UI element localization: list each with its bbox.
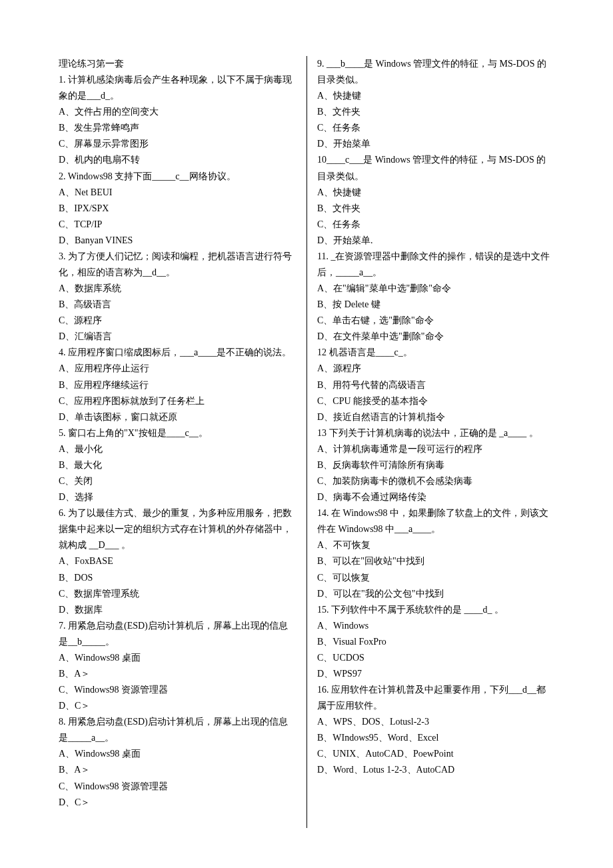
text-line: D、可以在"我的公文包"中找到 (317, 586, 554, 602)
text-line: D、单击该图标，窗口就还原 (59, 409, 296, 425)
text-line: C、关闭 (59, 473, 296, 489)
text-line: D、Banyan VINES (59, 233, 296, 249)
text-line: 8. 用紧急启动盘(ESD)启动计算机后，屏幕上出现的信息是_____a__。 (59, 714, 296, 746)
text-line: C、任务条 (317, 120, 554, 136)
text-line: D、C＞ (59, 795, 296, 811)
text-line: D、选择 (59, 489, 296, 505)
text-line: 9. ___b____是 Windows 管理文件的特征，与 MS-DOS 的目… (317, 56, 554, 88)
text-line: D、接近自然语言的计算机指令 (317, 409, 554, 425)
text-line: 5. 窗口右上角的"X"按钮是____c__。 (59, 425, 296, 441)
text-line: C、Windows98 资源管理器 (59, 779, 296, 795)
text-line: 7. 用紧急启动盘(ESD)启动计算机后，屏幕上出现的信息是__b_____。 (59, 618, 296, 650)
text-line: B、最大化 (59, 457, 296, 473)
text-line: B、Visual FoxPro (317, 634, 554, 650)
text-line: A、最小化 (59, 441, 296, 457)
text-line: D、数据库 (59, 602, 296, 618)
text-line: A、在"编辑"菜单中选"删除"命令 (317, 281, 554, 297)
text-line: D、汇编语言 (59, 329, 296, 345)
text-line: B、文件夹 (317, 104, 554, 120)
text-line: D、开始菜单. (317, 233, 554, 249)
text-line: A、不可恢复 (317, 537, 554, 553)
text-line: 11. _在资源管理器中删除文件的操作，错误的是选中文件后，_____a__。 (317, 249, 554, 281)
text-line: C、任务条 (317, 217, 554, 233)
text-line: B、IPX/SPX (59, 201, 296, 217)
text-line: D、病毒不会通过网络传染 (317, 489, 554, 505)
text-line: 13 下列关于计算机病毒的说法中，正确的是 _a____ 。 (317, 425, 554, 441)
text-line: 1. 计算机感染病毒后会产生各种现象，以下不属于病毒现象的是___d_。 (59, 72, 296, 104)
text-line: B、A＞ (59, 666, 296, 682)
text-line: 2. Windows98 支持下面_____c__网络协议。 (59, 169, 296, 185)
text-line: C、UCDOS (317, 650, 554, 666)
text-line: D、WPS97 (317, 666, 554, 682)
text-line: 12 机器语言是____c_。 (317, 345, 554, 361)
text-line: A、Net BEUI (59, 185, 296, 201)
document-page: 理论练习第一套1. 计算机感染病毒后会产生各种现象，以下不属于病毒现象的是___… (0, 0, 613, 868)
text-line: B、反病毒软件可清除所有病毒 (317, 457, 554, 473)
text-line: B、WIndows95、Word、Excel (317, 730, 554, 746)
text-line: C、可以恢复 (317, 570, 554, 586)
text-line: C、UNIX、AutoCAD、PoewPoint (317, 746, 554, 762)
text-line: B、高级语言 (59, 297, 296, 313)
text-line: B、按 Delete 键 (317, 297, 554, 313)
text-line: A、Windows98 桌面 (59, 746, 296, 762)
text-line: 6. 为了以最佳方式、最少的重复，为多种应用服务，把数据集中起来以一定的组织方式… (59, 505, 296, 553)
text-line: 15. 下列软件中不属于系统软件的是 ____d_ 。 (317, 602, 554, 618)
text-line: C、加装防病毒卡的微机不会感染病毒 (317, 473, 554, 489)
text-line: A、Windows98 桌面 (59, 650, 296, 666)
text-line: B、A＞ (59, 762, 296, 778)
text-line: B、DOS (59, 570, 296, 586)
text-line: C、源程序 (59, 313, 296, 329)
text-line: A、快捷键 (317, 185, 554, 201)
text-line: 理论练习第一套 (59, 56, 296, 72)
text-line: C、数据库管理系统 (59, 586, 296, 602)
text-line: B、应用程序继续运行 (59, 377, 296, 393)
text-line: D、C＞ (59, 698, 296, 714)
text-line: A、FoxBASE (59, 553, 296, 569)
text-line: A、应用程序停止运行 (59, 361, 296, 377)
text-line: C、TCP/IP (59, 217, 296, 233)
text-line: A、文件占用的空间变大 (59, 104, 296, 120)
text-line: D、Word、Lotus 1-2-3、AutoCAD (317, 762, 554, 778)
text-line: 14. 在 Windows98 中，如果删除了软盘上的文件，则该文件在 Wind… (317, 505, 554, 537)
text-line: 16. 应用软件在计算机普及中起重要作用，下列___d__都属于应用软件。 (317, 682, 554, 714)
text-line: A、Windows (317, 618, 554, 634)
text-line: C、屏幕显示异常图形 (59, 136, 296, 152)
text-line: 3. 为了方便人们记忆；阅读和编程，把机器语言进行符号化，相应的语言称为__d_… (59, 249, 296, 281)
text-line: D、在文件菜单中选"删除"命令 (317, 329, 554, 345)
text-line: 10____c___是 Windows 管理文件的特征，与 MS-DOS 的目录… (317, 152, 554, 184)
text-line: C、应用程序图标就放到了任务栏上 (59, 393, 296, 409)
text-line: B、用符号代替的高级语言 (317, 377, 554, 393)
text-line: D、机内的电扇不转 (59, 152, 296, 168)
text-line: A、WPS、DOS、Lotusl-2-3 (317, 714, 554, 730)
text-line: C、CPU 能接受的基本指令 (317, 393, 554, 409)
text-line: 4. 应用程序窗口缩成图标后，___a____是不正确的说法。 (59, 345, 296, 361)
text-columns: 理论练习第一套1. 计算机感染病毒后会产生各种现象，以下不属于病毒现象的是___… (59, 56, 554, 828)
text-line: D、开始菜单 (317, 136, 554, 152)
text-line: B、可以在"回收站"中找到 (317, 553, 554, 569)
text-line: B、发生异常蜂鸣声 (59, 120, 296, 136)
text-line: C、Windows98 资源管理器 (59, 682, 296, 698)
text-line: A、计算机病毒通常是一段可运行的程序 (317, 441, 554, 457)
text-line: B、文件夹 (317, 201, 554, 217)
text-line: C、单击右键，选"删除"命令 (317, 313, 554, 329)
text-line: A、快捷键 (317, 88, 554, 104)
text-line: A、数据库系统 (59, 281, 296, 297)
text-line: A、源程序 (317, 361, 554, 377)
